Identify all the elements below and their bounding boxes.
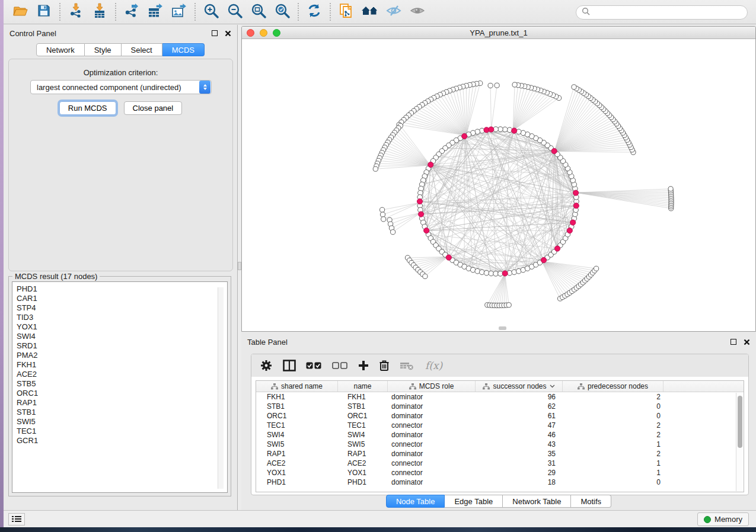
table-row[interactable]: FKH1FKH1dominator962: [256, 392, 744, 402]
tab-select[interactable]: Select: [122, 43, 162, 56]
table-cell: 0: [563, 402, 664, 411]
tab-network-table[interactable]: Network Table: [503, 495, 571, 508]
first-neighbors-button[interactable]: [358, 2, 382, 22]
search-input[interactable]: [594, 8, 747, 17]
tab-motifs[interactable]: Motifs: [571, 495, 611, 508]
column-header-name[interactable]: name: [338, 381, 388, 392]
mcds-result-list[interactable]: PHD1CAR1STP4TID3YOX1SWI4SRD1PMA2FKH1ACE2…: [12, 281, 228, 493]
mcds-result-item[interactable]: GCR1: [17, 436, 227, 446]
mcds-result-item[interactable]: FKH1: [17, 360, 227, 370]
status-menu-button[interactable]: [8, 513, 25, 525]
tab-mcds[interactable]: MCDS: [162, 43, 205, 56]
search-box[interactable]: [576, 5, 748, 20]
mcds-result-item[interactable]: PMA2: [17, 351, 227, 360]
tab-network[interactable]: Network: [36, 43, 85, 56]
close-panel-button[interactable]: Close panel: [124, 101, 183, 115]
delete-table-button[interactable]: [400, 361, 414, 370]
export-image-button[interactable]: [167, 2, 191, 22]
mcds-result-item[interactable]: SWI5: [17, 417, 227, 427]
export-table-button[interactable]: [143, 2, 167, 22]
table-row[interactable]: RAP1RAP1dominator352: [256, 449, 744, 459]
table-toolbar: f(x): [251, 354, 748, 377]
refresh-view-button[interactable]: [302, 2, 326, 22]
table-row[interactable]: SWI5SWI5connector431: [256, 440, 744, 449]
show-all-button[interactable]: [406, 2, 429, 22]
table-cell: 2: [563, 431, 664, 439]
eye-slash-icon: [385, 4, 402, 20]
panel-layout-button[interactable]: [283, 360, 296, 371]
search-icon: [582, 7, 590, 18]
table-cell: SWI5: [256, 440, 338, 448]
network-hscroll-thumb[interactable]: [499, 326, 506, 330]
table-row[interactable]: SWI4SWI4dominator462: [256, 430, 744, 440]
select-all-button[interactable]: [306, 361, 322, 370]
column-header-successor-nodes[interactable]: successor nodes: [476, 381, 563, 392]
mcds-result-item[interactable]: TID3: [17, 313, 227, 322]
column-header-shared-name[interactable]: shared name: [256, 381, 338, 392]
mcds-result-item[interactable]: ORC1: [17, 389, 227, 398]
table-scrollbar-thumb[interactable]: [738, 396, 742, 448]
mcds-result-item[interactable]: YOX1: [17, 322, 227, 332]
close-window-icon[interactable]: [247, 29, 254, 37]
mcds-result-item[interactable]: TEC1: [17, 427, 227, 436]
zoom-in-button[interactable]: [199, 2, 223, 22]
minimize-window-icon[interactable]: [260, 29, 267, 37]
table-row[interactable]: ORC1ORC1dominator610: [256, 411, 744, 421]
node-table[interactable]: shared name name MCDS role successor nod…: [256, 380, 744, 492]
table-cell: 35: [476, 450, 563, 458]
save-session-button[interactable]: [32, 2, 56, 22]
column-header-predecessor-nodes[interactable]: predecessor nodes: [563, 381, 664, 392]
tab-node-table[interactable]: Node Table: [386, 495, 445, 508]
mcds-result-item[interactable]: RAP1: [17, 398, 227, 408]
table-row[interactable]: PHD1PHD1dominator180: [256, 477, 744, 487]
optimization-criterion-select[interactable]: largest connected component (undirected): [30, 80, 212, 94]
node-table-header: shared name name MCDS role successor nod…: [256, 381, 744, 392]
table-row[interactable]: STB1STB1dominator620: [256, 402, 744, 411]
close-table-panel-icon[interactable]: [744, 339, 750, 345]
network-window-titlebar[interactable]: YPA_prune.txt_1: [242, 27, 755, 39]
apply-function-button[interactable]: f(x): [425, 360, 442, 371]
maximize-window-icon[interactable]: [273, 29, 280, 37]
mcds-result-item[interactable]: SWI4: [17, 332, 227, 341]
table-settings-button[interactable]: [260, 359, 273, 372]
zoom-out-button[interactable]: [223, 2, 247, 22]
float-panel-icon[interactable]: [212, 30, 218, 36]
close-panel-icon[interactable]: [225, 30, 231, 37]
float-table-panel-icon[interactable]: [731, 339, 736, 345]
table-row[interactable]: YOX1YOX1connector291: [256, 468, 744, 477]
zoom-selected-button[interactable]: [270, 2, 294, 22]
import-table-file-button[interactable]: [88, 2, 111, 22]
eye-icon: [409, 4, 426, 20]
tab-edge-table[interactable]: Edge Table: [445, 495, 503, 508]
zoom-fit-button[interactable]: [247, 2, 270, 22]
table-cell: dominator: [388, 478, 476, 486]
open-session-button[interactable]: [8, 2, 32, 22]
table-row[interactable]: ACE2ACE2connector311: [256, 459, 744, 468]
tab-style[interactable]: Style: [85, 43, 122, 56]
mcds-result-item[interactable]: STP4: [17, 303, 227, 313]
deselect-all-button[interactable]: [332, 361, 348, 370]
mcds-result-item[interactable]: PHD1: [17, 284, 227, 294]
export-network-button[interactable]: [120, 2, 143, 22]
mcds-result-item[interactable]: SRD1: [17, 341, 227, 351]
mcds-result-item[interactable]: STB1: [17, 408, 227, 417]
network-canvas[interactable]: [242, 39, 755, 332]
mcds-list-scrollbar[interactable]: [218, 287, 224, 489]
run-mcds-button[interactable]: Run MCDS: [59, 101, 116, 115]
mcds-result-item[interactable]: STB5: [17, 379, 227, 389]
table-cell: ORC1: [256, 412, 338, 420]
mcds-result-item[interactable]: ACE2: [17, 370, 227, 379]
table-cell: 18: [476, 478, 563, 486]
import-network-file-button[interactable]: [64, 2, 88, 22]
hide-selected-button[interactable]: [382, 2, 406, 22]
import-network-icon: [69, 3, 83, 21]
table-row[interactable]: TEC1TEC1connector472: [256, 421, 744, 430]
add-column-button[interactable]: [358, 360, 369, 371]
memory-button[interactable]: Memory: [697, 512, 749, 526]
table-scrollbar[interactable]: [736, 393, 743, 491]
column-header-mcds-role[interactable]: MCDS role: [388, 381, 476, 392]
delete-column-button[interactable]: [379, 360, 390, 371]
export-network-icon: [124, 3, 139, 21]
mcds-result-item[interactable]: CAR1: [17, 294, 227, 303]
duplicate-network-button[interactable]: [334, 2, 358, 22]
